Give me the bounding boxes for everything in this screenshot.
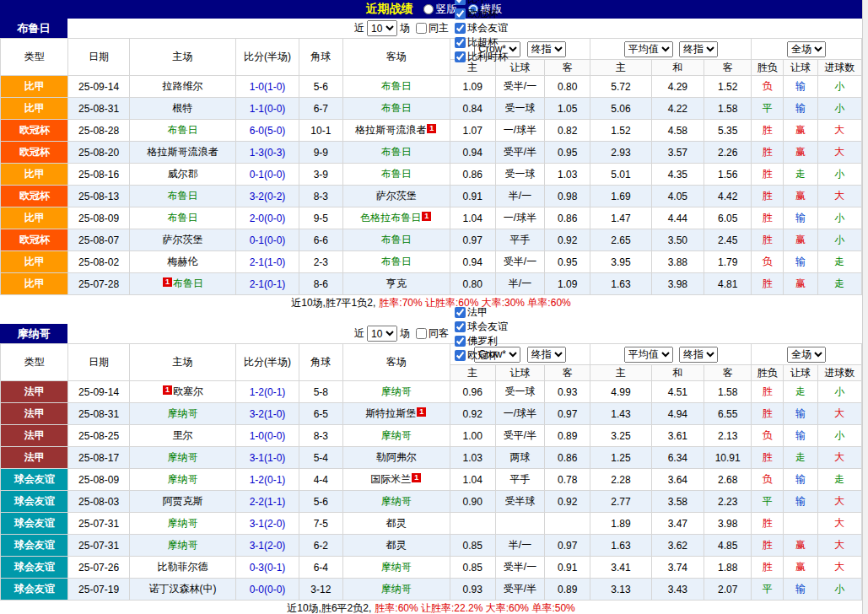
avg-odds-cell: 3.98 <box>651 273 704 295</box>
league-filter-item[interactable]: 欧冠杯 <box>451 348 508 363</box>
same-venue-filter[interactable]: 同客 <box>412 326 449 341</box>
league-filter-item[interactable]: 欧冠杯 <box>451 7 508 21</box>
team-name: 色格拉布鲁日 <box>360 212 421 224</box>
league-filter-checkbox[interactable] <box>455 37 466 48</box>
fulltime-group: 全场 <box>752 344 862 365</box>
score-cell: 0-1(0-0) <box>236 229 299 251</box>
odds-cell: 0.95 <box>545 142 590 164</box>
odds-cell: 0.97 <box>545 403 590 425</box>
result-cell: 负 <box>752 425 784 447</box>
league-filter-checkbox[interactable] <box>455 23 466 34</box>
odds-cell: 1.09 <box>450 76 495 98</box>
team-name: 摩纳哥 <box>168 407 198 419</box>
result-cell: 负 <box>752 469 784 491</box>
avg-odds-cell: 2.45 <box>704 229 752 251</box>
avg-odds-cell: 1.52 <box>590 120 651 142</box>
odds-cell: 0.92 <box>545 229 590 251</box>
match-count-select[interactable]: 10 <box>367 20 397 36</box>
average-time-select[interactable]: 终指 <box>679 347 718 363</box>
avg-odds-cell: 4.85 <box>704 535 752 557</box>
league-filter-checkbox[interactable] <box>455 350 466 361</box>
date-cell: 25-08-03 <box>68 491 129 513</box>
match-count-select[interactable]: 10 <box>367 326 397 342</box>
league-filter-item[interactable]: 球会友谊 <box>451 320 508 334</box>
rank-badge: 1 <box>417 407 426 417</box>
home-team-cell: 梅赫伦 <box>129 251 236 273</box>
date-cell: 25-08-20 <box>68 142 129 164</box>
average-time-select[interactable]: 终指 <box>679 41 718 57</box>
col-home: 主场 <box>129 344 236 381</box>
odds-cell <box>545 513 590 535</box>
team-section-header-brugge: 布鲁日 近 10 场 同主 比甲欧冠杯球会友谊比超杯比利时杯 <box>0 19 862 38</box>
league-filter-item[interactable]: 比甲 <box>451 0 508 7</box>
corner-cell: 9-5 <box>299 207 342 229</box>
odds-cell: 1.00 <box>450 425 495 447</box>
match-row: 法甲25-08-25里尔1-0(0-0)8-3摩纳哥1.00受平/半0.893.… <box>1 425 862 447</box>
home-team-cell: 1布鲁日 <box>129 273 236 295</box>
result-cell: 胜 <box>752 186 784 207</box>
league-type-cell: 欧冠杯 <box>1 142 68 164</box>
rank-badge: 1 <box>427 124 436 133</box>
avg-odds-cell: 4.99 <box>590 381 651 403</box>
match-row: 欧冠杯25-08-20格拉斯哥流浪者1-3(0-3)9-9布鲁日0.94受平/半… <box>1 142 862 164</box>
fulltime-select[interactable]: 全场 <box>787 347 826 363</box>
team-name: 阿贾克斯 <box>163 495 203 507</box>
subcol-avg-draw: 和 <box>651 365 704 381</box>
league-type-cell: 欧冠杯 <box>1 120 68 142</box>
league-type-cell: 比甲 <box>1 273 68 295</box>
away-team-cell: 国际米兰1 <box>342 469 450 491</box>
average-select[interactable]: 平均值 <box>624 347 673 363</box>
home-team-cell: 1欧塞尔 <box>129 381 236 403</box>
avg-odds-cell: 2.65 <box>590 229 651 251</box>
league-filter-checkbox[interactable] <box>455 336 466 347</box>
average-select[interactable]: 平均值 <box>624 41 673 57</box>
odds-cell: 一/球半 <box>495 403 544 425</box>
match-row: 球会友谊25-07-19诺丁汉森林(中)0-0(0-0)3-12摩纳哥0.93受… <box>1 579 862 601</box>
team-name: 梅赫伦 <box>168 256 198 267</box>
avg-odds-cell: 4.35 <box>651 164 704 186</box>
same-venue-filter[interactable]: 同主 <box>412 21 449 35</box>
match-row: 法甲25-08-31摩纳哥3-2(1-0)6-5斯特拉斯堡10.92一/球半0.… <box>1 403 862 425</box>
league-filter-checkbox[interactable] <box>455 321 466 332</box>
fulltime-select[interactable]: 全场 <box>787 41 826 57</box>
scrollbar[interactable] <box>862 0 868 614</box>
odds-cell: 半/一 <box>495 186 544 207</box>
league-filter-item[interactable]: 比利时杯 <box>451 50 508 64</box>
corner-cell: 3-12 <box>299 579 342 601</box>
score-cell: 0-3(0-1) <box>236 557 299 579</box>
corner-cell: 6-6 <box>299 229 342 251</box>
home-team-cell: 摩纳哥 <box>129 469 236 491</box>
odds-cell: 1.03 <box>450 447 495 469</box>
league-filter-checkbox[interactable] <box>455 51 466 62</box>
same-home-checkbox[interactable] <box>416 23 427 34</box>
result-cell: 胜 <box>752 381 784 403</box>
league-filter-item[interactable]: 比超杯 <box>451 35 508 50</box>
same-venue-label: 同主 <box>429 21 449 35</box>
handicap-result-cell: 输 <box>784 425 817 447</box>
league-filter-item[interactable]: 佛罗利 <box>451 334 508 348</box>
odds-cell: 0.97 <box>545 535 590 557</box>
odds-time-select[interactable]: 终指 <box>527 41 566 57</box>
avg-odds-cell: 3.88 <box>651 251 704 273</box>
handicap-result-cell: 输 <box>784 76 817 98</box>
result-cell: 胜 <box>752 535 784 557</box>
league-filter-checkbox[interactable] <box>455 307 466 318</box>
odds-time-select[interactable]: 终指 <box>527 347 566 363</box>
col-score: 比分(半场) <box>236 344 299 381</box>
league-filter-checkbox[interactable] <box>455 0 466 5</box>
match-row: 球会友谊25-07-31摩纳哥3-1(2-0)7-5都灵1.893.473.98… <box>1 513 862 535</box>
avg-odds-cell: 4.22 <box>651 98 704 120</box>
team-name: 斯特拉斯堡 <box>365 407 416 419</box>
same-venue-label: 同客 <box>429 326 449 341</box>
league-filter-item[interactable]: 法甲 <box>451 305 508 320</box>
handicap-result-cell: 输 <box>784 251 817 273</box>
league-filter-checkbox[interactable] <box>455 8 466 19</box>
date-cell: 25-08-16 <box>68 164 129 186</box>
odds-cell: 受平/半 <box>495 142 544 164</box>
odds-cell: 平手 <box>495 469 544 491</box>
matches-table-monaco: 类型 日期 主场 比分(半场) 角球 客场 Crow* 终指 平均值 终指 全场… <box>0 343 862 601</box>
same-away-checkbox[interactable] <box>416 328 427 339</box>
league-filter-item[interactable]: 球会友谊 <box>451 21 508 35</box>
avg-odds-cell: 2.26 <box>704 142 752 164</box>
summary-line-monaco: 近10场,胜6平2负2, 胜率:60% 让胜率:22.2% 大率:60% 单率:… <box>0 601 862 614</box>
